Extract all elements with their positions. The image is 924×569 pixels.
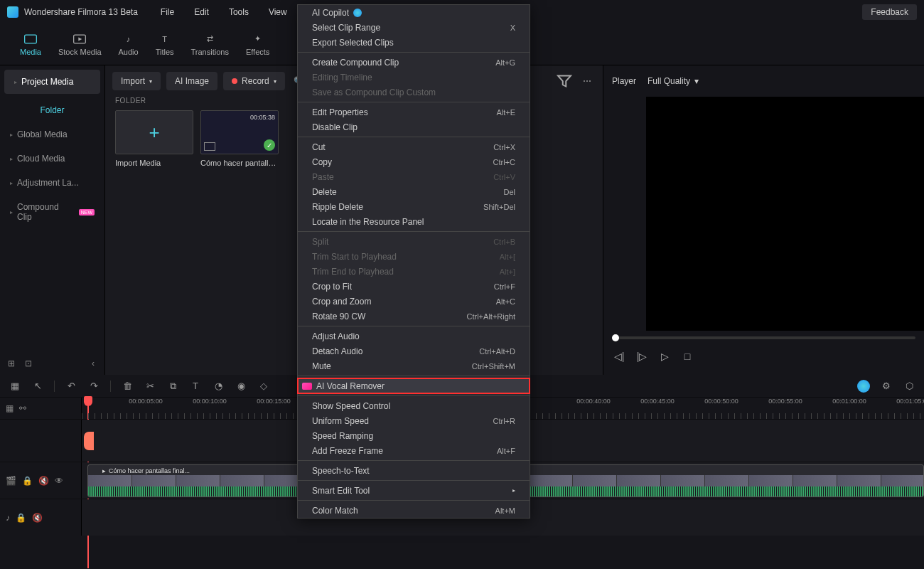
media-clip-card[interactable]: 00:05:38 ✓ Cómo hacer pantallas ... xyxy=(200,110,279,167)
menu-tools[interactable]: Tools xyxy=(220,4,257,20)
menu-file[interactable]: File xyxy=(152,4,183,20)
ctx-color-match[interactable]: Color MatchAlt+M xyxy=(298,503,530,518)
sidebar-global-media[interactable]: ▸Global Media xyxy=(0,122,104,147)
mute-icon[interactable]: 🔇 xyxy=(38,476,49,486)
ctx-ai-vocal-remover[interactable]: AI Vocal Remover xyxy=(298,378,530,393)
sidebar-folder[interactable]: Folder xyxy=(0,98,104,122)
new-folder-icon[interactable]: ⊞ xyxy=(6,358,17,369)
ctx-delete[interactable]: DeleteDel xyxy=(298,184,530,199)
hide-icon[interactable]: 👁 xyxy=(55,476,63,486)
next-frame-button[interactable]: |▷ xyxy=(635,349,649,363)
ctx-cut[interactable]: CutCtrl+X xyxy=(298,139,530,154)
keyframe-icon[interactable]: ◇ xyxy=(257,380,270,393)
filter-icon[interactable] xyxy=(556,73,573,90)
sidebar-adjustment-layer[interactable]: ▸Adjustment La... xyxy=(0,171,104,195)
color-icon[interactable]: ◉ xyxy=(235,380,247,393)
media-icon xyxy=(23,33,38,45)
lock-icon[interactable]: 🔒 xyxy=(22,476,33,486)
check-icon: ✓ xyxy=(264,139,275,151)
ctx-crop-to-fit[interactable]: Crop to FitCtrl+F xyxy=(298,279,530,294)
ai-badge-icon xyxy=(353,9,362,17)
ctx-crop-and-zoom[interactable]: Crop and ZoomAlt+C xyxy=(298,294,530,309)
ctx-add-freeze-frame[interactable]: Add Freeze FrameAlt+F xyxy=(298,443,530,458)
ctx-export-selected[interactable]: Export Selected Clips xyxy=(298,35,530,50)
chevron-right-icon: ▸ xyxy=(512,487,515,494)
sidebar-compound-clip[interactable]: ▸Compound ClipNEW xyxy=(0,195,104,229)
play-button[interactable]: ▷ xyxy=(657,349,672,363)
mute-icon[interactable]: 🔇 xyxy=(32,513,43,523)
timeline-options-icon[interactable]: ▦ xyxy=(6,403,14,413)
scrubber-knob[interactable] xyxy=(612,334,619,341)
record-button[interactable]: Record▾ xyxy=(223,72,285,90)
ai-image-button[interactable]: AI Image xyxy=(166,72,217,90)
speed-icon[interactable]: ◔ xyxy=(212,380,225,393)
delete-icon[interactable]: 🗑 xyxy=(121,380,134,393)
transitions-icon: ⇄ xyxy=(203,33,217,45)
feedback-button[interactable]: Feedback xyxy=(862,4,917,20)
scrubber[interactable] xyxy=(612,336,915,339)
chevron-down-icon: ▾ xyxy=(274,78,276,85)
player-header: Player Full Quality▾ xyxy=(603,65,924,97)
redo-icon[interactable]: ↷ xyxy=(87,380,100,393)
ctx-paste: PasteCtrl+V xyxy=(298,169,530,184)
link-icon[interactable]: ⚯ xyxy=(19,403,26,413)
ctx-create-compound[interactable]: Create Compound ClipAlt+G xyxy=(298,55,530,70)
ctx-locate[interactable]: Locate in the Resource Panel xyxy=(298,214,530,229)
titles-icon: T xyxy=(158,33,172,45)
lock-icon[interactable]: 🔒 xyxy=(16,513,26,523)
menu-view[interactable]: View xyxy=(260,4,296,20)
sidebar-footer: ⊞ ⊡ ‹ xyxy=(0,352,104,375)
ctx-smart-edit-tool[interactable]: Smart Edit Tool▸ xyxy=(298,483,530,498)
ctx-disable-clip[interactable]: Disable Clip xyxy=(298,119,530,134)
tab-effects[interactable]: ✦Effects xyxy=(237,29,278,60)
audio-icon: ♪ xyxy=(122,33,136,45)
tab-media[interactable]: Media xyxy=(11,29,50,60)
import-media-card[interactable]: + Import Media xyxy=(115,110,193,167)
ai-copilot-icon[interactable] xyxy=(857,380,870,393)
ctx-uniform-speed[interactable]: Uniform SpeedCtrl+R xyxy=(298,413,530,428)
vocal-remover-icon xyxy=(302,383,312,390)
tab-transitions[interactable]: ⇄Transitions xyxy=(183,29,237,60)
player-tab[interactable]: Player xyxy=(612,76,636,86)
ctx-speed-ramping[interactable]: Speed Ramping xyxy=(298,428,530,443)
ctx-select-clip-range[interactable]: Select Clip RangeX xyxy=(298,20,530,35)
player-viewport[interactable] xyxy=(646,97,924,331)
prev-frame-button[interactable]: ◁| xyxy=(612,349,626,363)
new-bin-icon[interactable]: ⊡ xyxy=(23,358,34,369)
quality-dropdown[interactable]: Full Quality▾ xyxy=(648,76,699,86)
video-track-head: 🎬 🔒 🔇 👁 xyxy=(0,462,82,499)
clip-handle[interactable] xyxy=(84,432,94,450)
ctx-ripple-delete[interactable]: Ripple DeleteShift+Del xyxy=(298,199,530,214)
sidebar-cloud-media[interactable]: ▸Cloud Media xyxy=(0,147,104,171)
import-button[interactable]: Import▾ xyxy=(112,72,161,90)
collapse-sidebar-icon[interactable]: ‹ xyxy=(87,358,99,369)
sidebar-project-media[interactable]: ▸Project Media xyxy=(4,70,100,94)
undo-icon[interactable]: ↶ xyxy=(65,380,77,393)
ctx-rotate[interactable]: Rotate 90 CWCtrl+Alt+Right xyxy=(298,309,530,324)
marker-icon[interactable]: ⬡ xyxy=(903,380,915,393)
ctx-speech-to-text[interactable]: Speech-to-Text xyxy=(298,463,530,478)
split-icon[interactable]: ✂ xyxy=(144,380,156,393)
ctx-mute[interactable]: MuteCtrl+Shift+M xyxy=(298,358,530,373)
ctx-trim-end: Trim End to PlayheadAlt+] xyxy=(298,264,530,279)
pointer-icon[interactable]: ↖ xyxy=(31,380,44,393)
ctx-adjust-audio[interactable]: Adjust Audio xyxy=(298,329,530,344)
stop-button[interactable]: □ xyxy=(680,349,694,363)
settings-icon[interactable]: ⚙ xyxy=(880,380,893,393)
ctx-detach-audio[interactable]: Detach AudioCtrl+Alt+D xyxy=(298,344,530,358)
ctx-show-speed-control[interactable]: Show Speed Control xyxy=(298,398,530,413)
tab-titles[interactable]: TTitles xyxy=(147,29,183,60)
text-icon[interactable]: T xyxy=(189,380,202,393)
grid-icon[interactable]: ▦ xyxy=(9,380,21,393)
menu-edit[interactable]: Edit xyxy=(186,4,217,20)
more-icon[interactable]: ⋯ xyxy=(579,73,596,90)
tab-stock-media[interactable]: Stock Media xyxy=(50,29,110,60)
ctx-edit-properties[interactable]: Edit PropertiesAlt+E xyxy=(298,105,530,119)
sidebar: ▸Project Media Folder ▸Global Media ▸Clo… xyxy=(0,65,105,375)
ctx-ai-copilot[interactable]: AI Copilot xyxy=(298,5,530,20)
audio-track-head: ♪ 🔒 🔇 xyxy=(0,499,82,536)
tab-audio[interactable]: ♪Audio xyxy=(110,29,147,60)
ctx-copy[interactable]: CopyCtrl+C xyxy=(298,154,530,169)
ruler-head: ▦ ⚯ xyxy=(0,398,82,419)
crop-icon[interactable]: ⧉ xyxy=(166,380,179,393)
